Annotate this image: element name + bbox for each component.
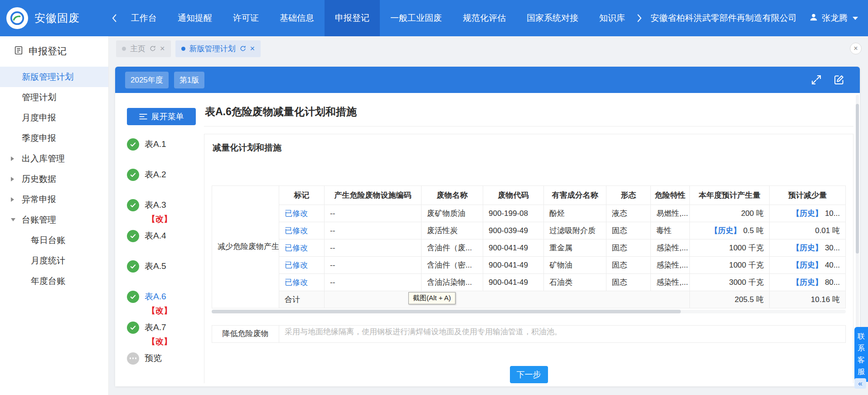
- step-a6[interactable]: 表A.6: [127, 289, 204, 304]
- sidebar-item-historical-data[interactable]: 历史数据: [0, 169, 108, 189]
- table-row: 降低危险废物 采用与地面绝缘隔离，使用钢板进行满焊铺设地面及使用专用输油管道，积…: [212, 326, 846, 343]
- horizontal-scrollbar: [212, 310, 846, 313]
- card-body: 展开菜单 表A.1 表A.2 表A.3: [115, 93, 860, 386]
- tab-home[interactable]: 主页 ×: [116, 40, 171, 57]
- nav-item-basic-info[interactable]: 基础信息: [269, 0, 325, 36]
- refresh-icon[interactable]: [150, 45, 156, 52]
- app-screen: 安徽固废 工作台 通知提醒 许可证 基础信息 申报登记 一般工业固废 规范化评估…: [0, 0, 868, 395]
- history-tag[interactable]: 【历史】: [792, 278, 823, 287]
- column-header: 废物代码: [483, 186, 544, 205]
- step-a1[interactable]: 表A.1: [127, 137, 204, 151]
- step-a7[interactable]: 表A.7: [127, 320, 204, 335]
- modified-link[interactable]: 已修改: [285, 244, 308, 252]
- step-a2[interactable]: 表A.2: [127, 167, 204, 182]
- sidebar-item-monthly-stats[interactable]: 月度统计: [0, 250, 108, 271]
- close-icon[interactable]: ×: [160, 44, 165, 53]
- hazard-cell: 感染性,...: [651, 274, 690, 291]
- nav-item-license[interactable]: 许可证: [223, 0, 269, 36]
- nav-item-national-system[interactable]: 国家系统对接: [516, 0, 589, 36]
- waste-code-cell: 900-039-49: [483, 222, 544, 239]
- user-menu[interactable]: 张龙腾: [809, 12, 858, 24]
- page-title: 表A.6危险废物减量化计划和措施: [204, 93, 853, 127]
- plan-card: 2025年度 第1版: [115, 67, 860, 386]
- nav-item-notifications[interactable]: 通知提醒: [167, 0, 223, 36]
- modified-link[interactable]: 已修改: [285, 261, 308, 269]
- hazard-cell: 毒性: [651, 222, 690, 239]
- waste-name-cell: 含油沾染物...: [422, 274, 483, 291]
- edit-icon[interactable]: [834, 74, 844, 85]
- nav-scroll-right-icon[interactable]: [637, 14, 642, 23]
- component-cell: 重金属: [544, 239, 606, 257]
- nav-item-standard-assessment[interactable]: 规范化评估: [452, 0, 516, 36]
- company-name[interactable]: 安徽省柏科洪武零部件再制造有限公司: [650, 12, 797, 24]
- horizontal-scrollbar-thumb[interactable]: [212, 310, 681, 313]
- customer-service-button[interactable]: 联 系 客 服: [854, 327, 868, 382]
- check-icon: [127, 260, 139, 273]
- measure-text-cell[interactable]: 采用与地面绝缘隔离，使用钢板进行满焊铺设地面及使用专用输油管道，积油池。: [279, 326, 846, 343]
- modified-link[interactable]: 已修改: [285, 278, 308, 287]
- tab-bar: 主页 × 新版管理计划 × ×: [109, 36, 868, 61]
- sidebar-item-inventory-management[interactable]: 出入库管理: [0, 148, 108, 169]
- nav-item-general-industrial-waste[interactable]: 一般工业固废: [380, 0, 452, 36]
- history-tag[interactable]: 【历史】: [710, 226, 741, 235]
- footer-actions: 下一步: [212, 366, 846, 383]
- sidebar-menu: 新版管理计划 管理计划 月度申报 季度申报 出入库管理 历史数据 异常申报 台账…: [0, 67, 108, 291]
- form-cell: 固态: [606, 222, 651, 239]
- next-step-button[interactable]: 下一步: [510, 366, 548, 383]
- collapse-panel-icon[interactable]: «: [854, 378, 866, 389]
- sidebar-item-new-management-plan[interactable]: 新版管理计划: [0, 67, 108, 87]
- tab-new-management-plan[interactable]: 新版管理计划 ×: [175, 40, 261, 57]
- nav-item-knowledge-base[interactable]: 知识库: [589, 0, 635, 36]
- plan-panel: 减量化计划和措施 减少危险废物产生量的计划 标记: [204, 134, 853, 383]
- history-tag[interactable]: 【历史】: [792, 261, 823, 269]
- sidebar-item-annual-ledger[interactable]: 年度台账: [0, 271, 108, 291]
- table-row: 已修改 -- 废矿物质油 900-199-08 酚烃 液态 易燃性,... 20…: [212, 205, 846, 222]
- column-header: 本年度预计产生量: [690, 186, 770, 205]
- main-nav-menu: 工作台 通知提醒 许可证 基础信息 申报登记 一般工业固废 规范化评估 国家系统…: [121, 0, 635, 36]
- column-header: 废物名称: [422, 186, 483, 205]
- close-all-tabs-button[interactable]: ×: [850, 43, 862, 54]
- sidebar-item-management-plan[interactable]: 管理计划: [0, 87, 108, 107]
- facility-code-cell: --: [325, 222, 422, 239]
- expand-menu-button[interactable]: 展开菜单: [127, 108, 196, 125]
- sidebar-item-daily-ledger[interactable]: 每日台账: [0, 230, 108, 250]
- close-icon[interactable]: ×: [250, 44, 255, 53]
- waste-name-cell: 含油件（密...: [422, 257, 483, 274]
- table-row: 已修改 -- 含油沾染物... 900-041-49 石油类 固态 感染性,..…: [212, 274, 846, 291]
- nav-item-declaration[interactable]: 申报登记: [325, 0, 380, 36]
- sidebar-item-monthly-declaration[interactable]: 月度申报: [0, 107, 108, 128]
- modified-link[interactable]: 已修改: [285, 226, 308, 235]
- refresh-icon[interactable]: [240, 45, 246, 52]
- total-empty-cell: [325, 291, 690, 308]
- history-tag[interactable]: 【历史】: [792, 244, 823, 252]
- table-row: 已修改 -- 废活性炭 900-039-49 过滤吸附介质 固态 毒性 【历史】…: [212, 222, 846, 239]
- step-a3[interactable]: 表A.3: [127, 198, 204, 212]
- nav-item-workbench[interactable]: 工作台: [121, 0, 167, 36]
- fullscreen-icon[interactable]: [811, 74, 822, 85]
- card-header-icons: [811, 74, 850, 85]
- sidebar-item-abnormal-declaration[interactable]: 异常申报: [0, 189, 108, 210]
- waste-code-cell: 900-041-49: [483, 239, 544, 257]
- check-icon: [127, 138, 139, 151]
- nav-scroll-left-icon[interactable]: [112, 14, 117, 23]
- history-tag[interactable]: 【历史】: [792, 209, 823, 218]
- waste-name-cell: 废活性炭: [422, 222, 483, 239]
- sidebar-item-quarterly-declaration[interactable]: 季度申报: [0, 128, 108, 148]
- modified-link[interactable]: 已修改: [285, 209, 308, 218]
- waste-code-cell: 900-199-08: [483, 205, 544, 222]
- step-preview[interactable]: 预览: [127, 351, 204, 366]
- steps-panel: 展开菜单 表A.1 表A.2 表A.3: [115, 93, 204, 381]
- step-a5[interactable]: 表A.5: [127, 259, 204, 273]
- step-a4[interactable]: 表A.4: [127, 229, 204, 243]
- table-header-row: 减少危险废物产生量的计划 标记 产生危险废物设施编码 废物名称 废物代码 有害成…: [212, 186, 846, 205]
- check-icon: [127, 230, 139, 242]
- version-badge[interactable]: 第1版: [174, 72, 204, 88]
- sidebar: 申报登记 新版管理计划 管理计划 月度申报 季度申报 出入库管理 历史数据 异常…: [0, 36, 109, 395]
- column-header: 标记: [279, 186, 325, 205]
- year-badge[interactable]: 2025年度: [125, 72, 169, 88]
- vertical-scrollbar-thumb[interactable]: [856, 104, 859, 254]
- sidebar-item-ledger-management[interactable]: 台账管理: [0, 210, 108, 230]
- total-annual-cell: 205.5 吨: [690, 291, 770, 308]
- waste-name-cell: 废矿物质油: [422, 205, 483, 222]
- column-header: 有害成分名称: [544, 186, 606, 205]
